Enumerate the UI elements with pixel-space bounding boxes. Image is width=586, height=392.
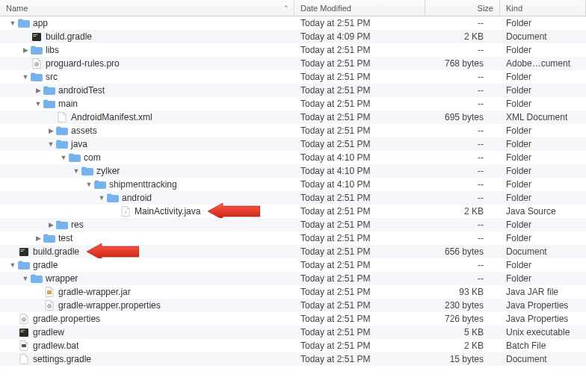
size-cell: -- [425, 152, 500, 163]
disclosure-triangle-icon[interactable]: ▼ [9, 19, 16, 27]
table-row[interactable]: ▶assetsToday at 2:51 PM--Folder [0, 124, 586, 137]
file-name-cell: ▼com [0, 152, 294, 163]
file-name-cell: build.gradle [0, 31, 294, 42]
exec-dark-icon [18, 246, 30, 257]
table-row[interactable]: ▶androidTestToday at 2:51 PM--Folder [0, 84, 586, 97]
annotation-arrow-icon [87, 246, 139, 257]
doc-bat-icon [18, 340, 30, 351]
disclosure-triangle-icon[interactable]: ▶ [47, 127, 55, 134]
date-modified-cell: Today at 2:51 PM [294, 233, 425, 243]
table-row[interactable]: settings.gradleToday at 2:51 PM15 bytesD… [0, 352, 586, 366]
date-modified-cell: Today at 2:51 PM [294, 99, 425, 109]
column-header-row: Name ⌃ Date Modified Size Kind [0, 0, 586, 16]
disclosure-triangle-icon[interactable]: ▼ [47, 140, 55, 148]
disclosure-triangle-icon [9, 342, 16, 349]
disclosure-triangle-icon[interactable]: ▼ [22, 275, 29, 282]
date-modified-cell: Today at 2:51 PM [294, 85, 425, 96]
table-row[interactable]: ▼shipmenttrackingToday at 4:10 PM--Folde… [0, 178, 586, 191]
date-modified-cell: Today at 2:51 PM [294, 139, 425, 149]
folder-icon [31, 273, 43, 284]
disclosure-triangle-icon[interactable]: ▼ [60, 154, 67, 161]
table-row[interactable]: ▼androidToday at 2:51 PM--Folder [0, 191, 586, 205]
table-row[interactable]: gradle-wrapper.jarToday at 2:51 PM93 KBJ… [0, 285, 586, 299]
file-name-label: gradle.properties [33, 314, 100, 324]
kind-cell: Java Source [500, 206, 586, 217]
column-header-date[interactable]: Date Modified [294, 0, 425, 16]
folder-icon [107, 193, 119, 203]
disclosure-triangle-icon[interactable]: ▶ [34, 87, 42, 94]
table-row[interactable]: JMainActivity.javaToday at 2:51 PM2 KBJa… [0, 205, 586, 218]
file-name-label: assets [71, 125, 97, 136]
file-name-cell: gradlew.bat [0, 340, 294, 351]
file-name-label: build.gradle [33, 246, 79, 257]
disclosure-triangle-icon[interactable]: ▼ [22, 73, 29, 81]
disclosure-triangle-icon[interactable]: ▶ [22, 46, 29, 54]
table-row[interactable]: ▶testToday at 2:51 PM--Folder [0, 231, 586, 245]
table-row[interactable]: ▼wrapperToday at 2:51 PM--Folder [0, 272, 586, 285]
file-name-cell: ▼shipmenttracking [0, 179, 294, 190]
table-row[interactable]: gradlewToday at 2:51 PM5 KBUnix executab… [0, 326, 586, 339]
size-cell: -- [425, 193, 500, 203]
table-row[interactable]: proguard-rules.proToday at 2:51 PM768 by… [0, 57, 586, 70]
date-modified-cell: Today at 2:51 PM [294, 340, 425, 351]
file-name-cell: ▼android [0, 193, 294, 203]
file-name-label: gradle-wrapper.jar [58, 287, 131, 297]
kind-cell: Folder [500, 139, 586, 149]
disclosure-triangle-icon[interactable]: ▼ [85, 181, 93, 188]
table-row[interactable]: gradlew.batToday at 2:51 PM2 KBBatch Fil… [0, 339, 586, 352]
table-row[interactable]: ▼comToday at 4:10 PM--Folder [0, 151, 586, 164]
svg-rect-0 [32, 33, 41, 41]
folder-icon [56, 139, 68, 149]
table-row[interactable]: ▼javaToday at 2:51 PM--Folder [0, 137, 586, 151]
kind-cell: Java Properties [500, 300, 586, 311]
column-header-name[interactable]: Name ⌃ [0, 0, 294, 16]
date-modified-cell: Today at 2:51 PM [294, 314, 425, 324]
column-header-kind-label: Kind [506, 4, 522, 13]
size-cell: 2 KB [425, 31, 500, 42]
size-cell: -- [425, 72, 500, 82]
file-name-cell: gradlew [0, 327, 294, 337]
kind-cell: Folder [500, 193, 586, 203]
date-modified-cell: Today at 2:51 PM [294, 354, 425, 364]
disclosure-triangle-icon[interactable]: ▼ [98, 194, 105, 202]
file-name-label: settings.gradle [33, 354, 91, 364]
kind-cell: Folder [500, 220, 586, 230]
table-row[interactable]: build.gradleToday at 2:51 PM656 bytesDoc… [0, 245, 586, 258]
table-row[interactable]: ▶resToday at 2:51 PM--Folder [0, 218, 586, 231]
file-name-label: test [58, 233, 73, 243]
table-row[interactable]: ▼mainToday at 2:51 PM--Folder [0, 97, 586, 111]
disclosure-triangle-icon[interactable]: ▶ [47, 221, 55, 228]
folder-icon [18, 260, 30, 270]
file-name-cell: ▶assets [0, 125, 294, 136]
file-name-cell: build.gradle [0, 246, 294, 257]
disclosure-triangle-icon[interactable]: ▼ [73, 167, 80, 175]
table-row[interactable]: ▼gradleToday at 2:51 PM--Folder [0, 258, 586, 272]
table-row[interactable]: ▼srcToday at 2:51 PM--Folder [0, 70, 586, 84]
disclosure-triangle-icon[interactable]: ▼ [34, 100, 42, 108]
date-modified-cell: Today at 2:51 PM [294, 300, 425, 311]
file-name-cell: proguard-rules.pro [0, 58, 294, 69]
date-modified-cell: Today at 4:10 PM [294, 166, 425, 176]
exec-dark-icon [31, 31, 43, 42]
table-row[interactable]: ▼zylkerToday at 4:10 PM--Folder [0, 164, 586, 178]
file-name-cell: ▼java [0, 139, 294, 149]
size-cell: -- [425, 179, 500, 190]
column-header-kind[interactable]: Kind [500, 0, 586, 16]
file-name-label: gradlew.bat [33, 340, 78, 351]
file-list: ▼appToday at 2:51 PM--Folder build.gradl… [0, 16, 586, 366]
date-modified-cell: Today at 2:51 PM [294, 125, 425, 136]
table-row[interactable]: gradle.propertiesToday at 2:51 PM726 byt… [0, 312, 586, 326]
column-header-size[interactable]: Size [425, 0, 500, 16]
disclosure-triangle-icon [9, 248, 16, 255]
table-row[interactable]: ▶libsToday at 2:51 PM--Folder [0, 43, 586, 57]
disclosure-triangle-icon[interactable]: ▶ [34, 234, 42, 242]
file-name-cell: ▼main [0, 99, 294, 109]
svg-rect-17 [22, 344, 26, 347]
table-row[interactable]: build.gradleToday at 4:09 PM2 KBDocument [0, 30, 586, 43]
table-row[interactable]: gradle-wrapper.propertiesToday at 2:51 P… [0, 299, 586, 312]
table-row[interactable]: ▼appToday at 2:51 PM--Folder [0, 16, 586, 30]
table-row[interactable]: AndroidManifest.xmlToday at 2:51 PM695 b… [0, 111, 586, 124]
size-cell: 695 bytes [425, 112, 500, 122]
size-cell: -- [425, 45, 500, 55]
disclosure-triangle-icon[interactable]: ▼ [9, 261, 16, 269]
